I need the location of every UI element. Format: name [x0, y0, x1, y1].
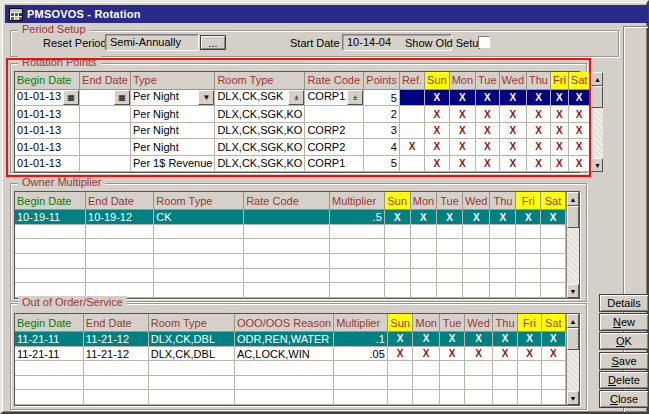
- empty-cell[interactable]: [490, 283, 516, 298]
- empty-cell[interactable]: [518, 375, 541, 390]
- cell-day-wed[interactable]: X: [499, 122, 526, 138]
- cell-day-thu[interactable]: X: [527, 106, 551, 122]
- empty-cell[interactable]: [541, 254, 566, 269]
- empty-cell[interactable]: [387, 361, 413, 376]
- empty-cell[interactable]: [541, 239, 566, 254]
- empty-cell[interactable]: [439, 361, 464, 376]
- empty-cell[interactable]: [439, 375, 464, 390]
- cell-day-fri[interactable]: X: [551, 122, 569, 138]
- empty-cell[interactable]: [413, 375, 439, 390]
- empty-cell[interactable]: [15, 224, 86, 239]
- edit-field[interactable]: ▦: [80, 90, 130, 105]
- cell-room-type[interactable]: DLX,CK,DBL: [148, 332, 234, 347]
- empty-cell[interactable]: [15, 390, 83, 405]
- empty-cell[interactable]: [410, 254, 436, 269]
- scroll-up-icon[interactable]: ▲: [591, 72, 603, 86]
- empty-cell[interactable]: [244, 224, 330, 239]
- empty-cell[interactable]: [516, 283, 541, 298]
- edit-field[interactable]: DLX,CK,SGK±: [215, 90, 304, 105]
- cell-room-type[interactable]: DLX,CK,SGK,KO: [215, 122, 305, 138]
- cell-type[interactable]: Per 1$ Revenue: [130, 155, 215, 171]
- delete-button[interactable]: Delete: [599, 371, 649, 389]
- empty-cell[interactable]: [86, 224, 154, 239]
- cell-day-tue[interactable]: X: [437, 210, 463, 225]
- cell-points[interactable]: 3: [364, 122, 400, 138]
- calendar-icon-button[interactable]: ▦: [114, 90, 130, 105]
- cell-end-date[interactable]: 10-19-12: [86, 210, 154, 225]
- cell-rate-code[interactable]: CORP2: [305, 122, 364, 138]
- empty-cell[interactable]: [334, 375, 388, 390]
- cell-day-wed[interactable]: X: [499, 155, 526, 171]
- empty-cell[interactable]: [463, 239, 490, 254]
- empty-cell[interactable]: [334, 390, 388, 405]
- empty-cell[interactable]: [465, 390, 492, 405]
- empty-cell[interactable]: [516, 239, 541, 254]
- empty-cell[interactable]: [490, 224, 516, 239]
- empty-cell[interactable]: [410, 268, 436, 283]
- empty-cell[interactable]: [541, 224, 566, 239]
- cell-day-sun[interactable]: X: [387, 346, 413, 361]
- cell-day-sun[interactable]: X: [425, 139, 450, 155]
- empty-cell[interactable]: [490, 268, 516, 283]
- cell-begin-date[interactable]: 10-19-11: [15, 210, 86, 225]
- cell-end-date[interactable]: ▦: [80, 89, 131, 105]
- empty-cell[interactable]: [330, 224, 385, 239]
- cell-rate-code[interactable]: [305, 106, 364, 122]
- cell-room-type[interactable]: DLX,CK,DBL: [148, 346, 234, 361]
- new-button[interactable]: New: [599, 313, 649, 331]
- cell-end-date[interactable]: [80, 139, 131, 155]
- cell-day-sat[interactable]: X: [568, 89, 590, 105]
- cell-room-type[interactable]: DLX,CK,SGK,KO: [215, 106, 305, 122]
- empty-cell[interactable]: [148, 375, 234, 390]
- cell-day-thu[interactable]: X: [492, 332, 518, 347]
- empty-cell[interactable]: [244, 268, 330, 283]
- cell-rate-code[interactable]: [244, 210, 330, 225]
- cell-day-fri[interactable]: X: [518, 346, 541, 361]
- cell-day-mon[interactable]: X: [449, 89, 475, 105]
- cell-day-wed[interactable]: X: [465, 346, 492, 361]
- empty-cell[interactable]: [244, 254, 330, 269]
- empty-cell[interactable]: [463, 254, 490, 269]
- reset-period-browse-button[interactable]: ...: [200, 35, 226, 50]
- cell-day-wed[interactable]: X: [463, 210, 490, 225]
- cell-end-date[interactable]: 11-21-12: [83, 346, 148, 361]
- list-of-values-icon-button[interactable]: ±: [288, 90, 304, 105]
- scroll-down-icon[interactable]: ▼: [567, 391, 579, 405]
- empty-cell[interactable]: [384, 254, 410, 269]
- cell-multiplier[interactable]: .1: [334, 332, 388, 347]
- owner-multiplier-grid[interactable]: Begin DateEnd DateRoom TypeRate CodeMult…: [14, 191, 580, 299]
- ooo-service-empty-row[interactable]: [15, 390, 566, 405]
- empty-cell[interactable]: [330, 239, 385, 254]
- empty-cell[interactable]: [541, 283, 566, 298]
- cell-end-date[interactable]: 11-21-12: [83, 332, 148, 347]
- empty-cell[interactable]: [516, 268, 541, 283]
- empty-cell[interactable]: [413, 390, 439, 405]
- empty-cell[interactable]: [15, 268, 86, 283]
- cell-day-sat[interactable]: X: [568, 106, 590, 122]
- empty-cell[interactable]: [516, 224, 541, 239]
- rotation-row[interactable]: 01-01-13Per 1$ RevenueDLX,CK,SGK,KOCORP1…: [15, 155, 590, 171]
- empty-cell[interactable]: [15, 361, 83, 376]
- cell-day-fri[interactable]: X: [518, 332, 541, 347]
- cell-day-wed[interactable]: X: [465, 332, 492, 347]
- cell-day-thu[interactable]: X: [490, 210, 516, 225]
- scroll-up-icon[interactable]: ▲: [567, 314, 579, 328]
- empty-cell[interactable]: [384, 283, 410, 298]
- empty-cell[interactable]: [330, 268, 385, 283]
- edit-field[interactable]: 01-01-13▦: [15, 90, 79, 105]
- empty-cell[interactable]: [492, 375, 518, 390]
- cell-day-fri[interactable]: X: [516, 210, 541, 225]
- rotation-scrollbar[interactable]: ▲▼: [590, 72, 603, 172]
- empty-cell[interactable]: [516, 254, 541, 269]
- cell-day-wed[interactable]: X: [499, 89, 526, 105]
- empty-cell[interactable]: [518, 361, 541, 376]
- empty-cell[interactable]: [413, 361, 439, 376]
- cell-day-sun[interactable]: X: [425, 89, 450, 105]
- cell-day-sun[interactable]: X: [384, 210, 410, 225]
- ok-button[interactable]: OK: [599, 332, 649, 350]
- empty-cell[interactable]: [437, 268, 463, 283]
- scroll-thumb[interactable]: [591, 86, 603, 108]
- ooo-service-row[interactable]: 11-21-1111-21-12DLX,CK,DBLAC,LOCK,WIN.05…: [15, 346, 566, 361]
- cell-begin-date[interactable]: 11-21-11: [15, 346, 83, 361]
- empty-cell[interactable]: [541, 268, 566, 283]
